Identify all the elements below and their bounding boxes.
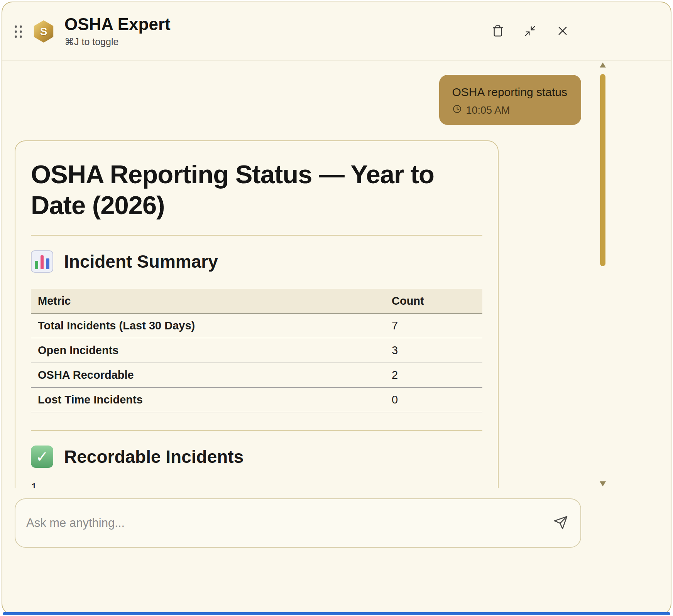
divider [31, 235, 482, 236]
table-row: Lost Time Incidents 0 [31, 387, 482, 412]
message-list: OSHA reporting status 10:05 AM OSHA Repo… [2, 61, 671, 488]
metric-cell: Lost Time Incidents [31, 387, 385, 412]
paper-plane-icon [553, 515, 568, 531]
close-x-icon [556, 25, 569, 38]
user-message-meta: 10:05 AM [452, 104, 567, 116]
assistant-message-card: OSHA Reporting Status — Year to Date (20… [15, 140, 499, 488]
table-row: Total Incidents (Last 30 Days) 7 [31, 313, 482, 338]
bottom-window-edge [3, 612, 670, 615]
count-cell: 3 [385, 338, 482, 363]
table-header-row: Metric Count [31, 289, 482, 314]
input-area [2, 488, 671, 614]
list-item-number: 1. [31, 481, 482, 488]
table-row: OSHA Recordable 2 [31, 363, 482, 387]
recordable-incidents-heading-text: Recordable Incidents [64, 446, 243, 467]
incident-summary-heading: Incident Summary [31, 250, 482, 273]
divider [31, 430, 482, 431]
header-actions [492, 25, 569, 38]
scroll-up-arrow-icon[interactable] [600, 62, 606, 68]
column-header-metric: Metric [31, 289, 385, 314]
app-logo-icon: S [33, 20, 54, 43]
count-cell: 0 [385, 387, 482, 412]
recordable-incidents-heading: Recordable Incidents [31, 446, 482, 468]
chat-scroll-area: OSHA reporting status 10:05 AM OSHA Repo… [2, 61, 671, 488]
metric-cell: OSHA Recordable [31, 363, 385, 387]
panel-shortcut-hint: ⌘J to toggle [64, 36, 171, 47]
column-header-count: Count [385, 289, 482, 314]
incident-summary-table: Metric Count Total Incidents (Last 30 Da… [31, 289, 482, 412]
user-message-bubble: OSHA reporting status 10:05 AM [439, 75, 581, 125]
table-row: Open Incidents 3 [31, 338, 482, 363]
report-title: OSHA Reporting Status — Year to Date (20… [31, 159, 448, 221]
check-mark-icon [31, 446, 53, 468]
panel-title: OSHA Expert [64, 15, 171, 33]
close-button[interactable] [556, 25, 569, 38]
metric-cell: Total Incidents (Last 30 Days) [31, 313, 385, 338]
incident-summary-heading-text: Incident Summary [64, 251, 218, 272]
panel-header: S OSHA Expert ⌘J to toggle [2, 2, 671, 61]
user-message-text: OSHA reporting status [452, 86, 567, 99]
drag-handle-icon[interactable] [15, 25, 22, 38]
osha-expert-panel: S OSHA Expert ⌘J to toggle [2, 2, 671, 614]
scrollbar-thumb[interactable] [600, 74, 605, 266]
user-message-time: 10:05 AM [466, 105, 510, 116]
scroll-down-arrow-icon[interactable] [600, 481, 606, 486]
collapse-button[interactable] [524, 25, 536, 38]
collapse-arrows-icon [524, 25, 536, 38]
app-logo-letter: S [40, 25, 47, 38]
chat-input-container[interactable] [15, 498, 581, 548]
delete-button[interactable] [492, 25, 504, 38]
chat-input[interactable] [25, 516, 553, 530]
bar-chart-icon [31, 250, 53, 273]
clock-icon [452, 104, 462, 116]
metric-cell: Open Incidents [31, 338, 385, 363]
header-titles: OSHA Expert ⌘J to toggle [64, 15, 171, 47]
count-cell: 7 [385, 313, 482, 338]
trash-icon [492, 25, 504, 38]
scrollbar[interactable] [600, 60, 606, 489]
send-button[interactable] [553, 515, 568, 531]
count-cell: 2 [385, 363, 482, 387]
